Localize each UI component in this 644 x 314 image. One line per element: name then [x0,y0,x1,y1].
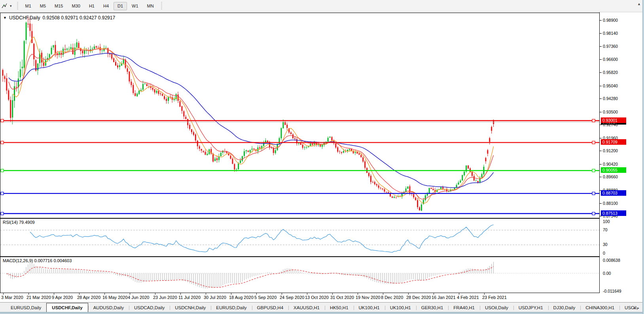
rsi-pane[interactable]: RSI(14) 79.4909 [0,218,600,257]
macd-level-label: 0.00 [603,271,611,276]
rsi-plot [0,219,599,256]
price-tick-dash [600,151,602,151]
timeframe-button-d1[interactable]: D1 [114,2,127,10]
hline-price-label: 0.93001 [601,117,626,123]
timeframe-button-m15[interactable]: M15 [51,2,67,10]
chart-tab-uk100-h1[interactable]: UK100,H1 [354,304,385,312]
date-tick [383,293,383,295]
price-tick-label: 0.88100 [603,201,618,206]
date-tick [358,293,358,295]
timeframe-button-h4[interactable]: H4 [99,2,113,10]
date-axis[interactable]: 3 Mar 202021 Mar 20209 Apr 202028 Apr 20… [0,293,642,302]
date-label: 11 Jul 2020 [178,295,201,300]
tab-scroll-arrows[interactable]: ◂▸ [633,306,642,310]
chart-tab-dj30-daily[interactable]: DJ30,Daily [548,304,581,312]
timeframe-button-mn[interactable]: MN [143,2,158,10]
date-label: 13 Oct 2020 [305,295,329,300]
date-tick [79,293,80,295]
price-tick-dash [600,46,602,47]
date-label: 23 Feb 2021 [482,295,507,300]
price-tick-dash [600,98,602,99]
chart-title: ▼ USDCHF,Daily 0.92508 0.92971 0.92427 0… [3,15,115,21]
timeframe-button-m1[interactable]: M1 [21,2,35,10]
timeframe-button-m30[interactable]: M30 [68,2,84,10]
date-label: 30 Jul 2020 [204,295,226,300]
date-label: 5 Sep 2020 [254,295,277,300]
timeframe-button-w1[interactable]: W1 [128,2,142,10]
tab-scroll-right-icon[interactable]: ▸ [637,306,642,310]
hline-price-label: 0.87513 [601,210,626,216]
price-tick-label: 0.95820 [603,70,618,75]
date-tick [434,293,434,295]
chart-tab-china300-h1[interactable]: CHINA300,H1 [580,304,619,312]
chart-symbol-label: USDCHF,Daily [9,15,40,21]
price-tick-dash [600,164,602,165]
price-axis-line [599,12,600,293]
scroll-up-icon[interactable]: ▲ [637,2,641,6]
chart-tab-ger30-h1[interactable]: GER30,H1 [416,304,449,312]
chevron-down-icon[interactable]: ▾ [9,4,14,8]
price-tick-dash [600,138,602,138]
date-label: 16 Jan 2021 [432,295,456,300]
date-label: 19 Nov 2020 [356,295,380,300]
macd-level-label: 0.008638 [603,258,620,263]
date-label: 23 Jun 2020 [153,295,177,300]
chart-tab-fra40-h1[interactable]: FRA40,H1 [448,304,480,312]
chart-tab-usdjpy-h1[interactable]: USDJPY,H1 [513,304,548,312]
macd-pane[interactable]: MACD(12,26,9) 0.007716 0.004603 [0,257,600,293]
tab-scroll-left-icon[interactable]: ◂ [633,306,637,310]
chart-menu-caret-icon[interactable]: ▼ [3,16,7,20]
chart-tab-usoil-daily[interactable]: USOil,Daily [480,304,513,312]
chart-tab-eurusd-daily[interactable]: EURUSD,Daily [6,304,46,312]
chart-tab-audusd-daily[interactable]: AUDUSD,Daily [88,304,129,312]
date-label: 28 Dec 2020 [406,295,431,300]
price-tick-dash [600,20,602,21]
chart-tab-uk100-h1[interactable]: UK100,H1 [385,304,416,312]
candlestick-chart [0,13,599,218]
toolbar: ▾ M1M5M15M30H1H4D1W1MN ▲ [0,0,644,12]
chart-tab-gbpusd-h4[interactable]: GBPUSD,H4 [252,304,288,312]
date-label: 18 Aug 2020 [229,295,254,300]
date-label: 4 Feb 2021 [457,295,479,300]
timeframe-button-m5[interactable]: M5 [36,2,50,10]
date-label: 28 Apr 2020 [77,295,100,300]
price-tick-dash [600,216,602,216]
date-tick [54,293,54,295]
date-tick [3,293,4,295]
hline-price-label: 0.91709 [601,139,626,145]
chart-tab-usdcnh-daily[interactable]: USDCNH,Daily [170,304,211,312]
date-tick [484,293,485,295]
date-label: 31 Oct 2020 [330,295,354,300]
timeframe-buttons: M1M5M15M30H1H4D1W1MN [21,2,158,10]
date-tick [104,293,105,295]
price-tick-label: 0.98900 [603,18,618,23]
chart-tab-hk50-h1[interactable]: HK50,H1 [325,304,354,312]
date-label: 16 May 2020 [102,295,128,300]
date-label: 4 Jun 2020 [128,295,149,300]
window-bottom-edge [0,312,644,314]
chart-tab-xauusd-h1[interactable]: XAUUSD,H1 [288,304,325,312]
price-tick-label: 0.94280 [603,96,618,101]
timeframe-button-h1[interactable]: H1 [85,2,98,10]
price-tick-dash [600,59,602,60]
chart-tabbar: EURUSD,DailyUSDCHF,DailyAUDUSD,DailyUSDC… [0,302,644,312]
macd-plot [0,257,599,293]
chart-tab-usdcad-daily[interactable]: USDCAD,Daily [129,304,170,312]
price-tick-dash [600,125,602,125]
hline-price-label: 0.90055 [601,167,626,173]
date-tick [206,293,206,295]
line-studies-icon[interactable] [0,3,9,9]
chart-tab-usdchf-daily[interactable]: USDCHF,Daily [46,303,88,312]
price-tick-label: 0.89660 [603,174,618,179]
date-label: 21 Mar 2020 [27,295,51,300]
rsi-level-label: 30 [603,242,608,247]
chart-tab-eurusd-daily[interactable]: EURUSD,Daily [211,304,252,312]
price-tick-dash [600,72,602,73]
date-tick [282,293,282,295]
date-tick [307,293,307,295]
chart-ohlc-values: 0.92508 0.92971 0.92427 0.92917 [43,15,116,21]
price-tick-label: 0.96600 [603,57,618,62]
rsi-level-label: 0 [603,251,605,255]
main-chart-pane[interactable]: ▼ USDCHF,Daily 0.92508 0.92971 0.92427 0… [0,13,600,218]
toolbar-grip-2 [161,2,163,10]
